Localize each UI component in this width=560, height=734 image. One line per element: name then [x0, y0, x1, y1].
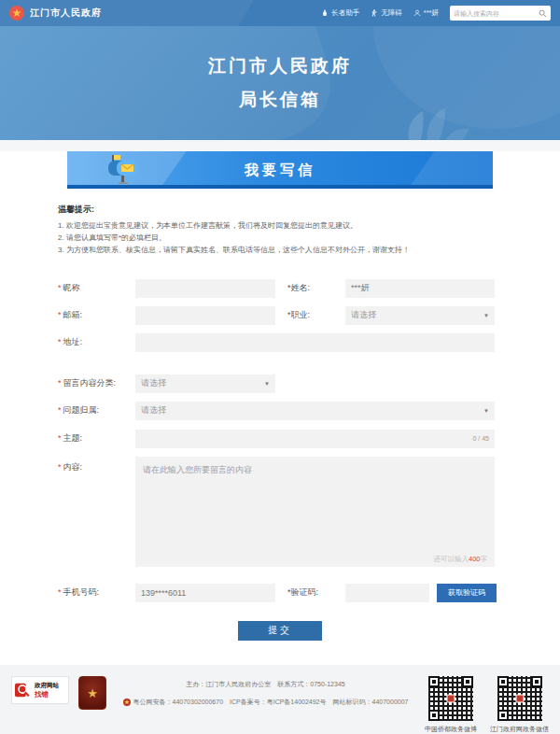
accessibility-icon: [371, 9, 378, 17]
main-content: 我要写信 温馨提示: 1. 欢迎您提出宝贵意见建议，为本单位工作建言献策，我们将…: [0, 151, 560, 665]
subject-input[interactable]: [135, 430, 495, 448]
required-mark: *: [58, 405, 62, 415]
footer-badges: 政府网站 找错 ★: [11, 676, 106, 710]
chevron-down-icon: ▼: [483, 408, 489, 414]
required-mark: *: [58, 337, 62, 346]
qr-logo: [447, 695, 455, 703]
username-label: ***妍: [424, 8, 439, 18]
qr-wechat-label: 江门政府网政务微信: [490, 725, 549, 734]
get-captcha-button[interactable]: 获取验证码: [437, 584, 497, 602]
qr-finder: [531, 676, 542, 687]
address-input[interactable]: [135, 333, 495, 352]
tips-title: 温馨提示:: [58, 204, 502, 216]
phone-label: *手机号码:: [58, 586, 135, 599]
top-navigation: 长者助手 无障碍 ***妍: [321, 6, 551, 21]
phone-input[interactable]: [135, 584, 275, 602]
required-mark: *: [58, 587, 62, 597]
qr-finder: [428, 710, 440, 721]
occupation-select-value: 请选择: [351, 309, 376, 321]
captcha-label-text: 验证码:: [291, 587, 319, 597]
tips-line: 2. 请您认真填写带*的必填栏目。: [58, 232, 502, 244]
remaining-number: 400: [469, 555, 481, 563]
accessibility-link[interactable]: 无障碍: [371, 8, 402, 18]
required-mark: *: [58, 378, 62, 388]
nickname-input[interactable]: [135, 279, 275, 298]
party-gov-badge[interactable]: ★: [78, 676, 106, 710]
required-mark: *: [58, 310, 62, 319]
remaining-chars: 还可以输入400字: [433, 555, 487, 564]
footer-info: 主办：江门市人民政府办公室 联系方式：0750-12345 粤公网安备：4407…: [106, 676, 425, 710]
qr-weibo-label: 中国侨都政务微博: [425, 725, 477, 734]
footer: 政府网站 找错 ★ 主办：江门市人民政府办公室 联系方式：0750-12345 …: [0, 665, 560, 734]
belong-label-text: 问题归属:: [63, 405, 100, 415]
record-line: 粤公网安备：44070302000670 ICP备案号：粤ICP备1400249…: [123, 698, 409, 707]
content-textarea[interactable]: [135, 457, 495, 567]
occupation-label: *职业:: [287, 309, 345, 321]
tips-section: 温馨提示: 1. 欢迎您提出宝贵意见建议，为本单位工作建言献策，我们将及时回复您…: [58, 204, 502, 257]
qr-finder: [462, 676, 473, 687]
find-error-text: 政府网站 找错: [35, 682, 59, 698]
user-account[interactable]: ***妍: [413, 8, 439, 18]
qr-code-weibo: [428, 676, 473, 721]
name-label-text: 姓名:: [291, 283, 311, 292]
page-title: 江门市人民政府 局长信箱: [208, 49, 352, 117]
national-emblem-icon: [9, 6, 24, 21]
remaining-suffix: 字: [481, 555, 488, 563]
form-row: *内容: 还可以输入400字: [58, 457, 502, 571]
write-letter-banner: 我要写信: [67, 151, 493, 189]
qr-finder: [497, 676, 509, 687]
form-row: *昵称 *姓名:: [58, 279, 502, 298]
elder-assistant-label: 长者助手: [331, 8, 359, 18]
chevron-down-icon: ▼: [264, 381, 270, 387]
submit-button[interactable]: 提交: [238, 621, 322, 641]
category-select[interactable]: 请选择 ▼: [135, 374, 275, 393]
belong-select[interactable]: 请选择 ▼: [135, 402, 495, 420]
banner-decor: [388, 151, 493, 189]
required-mark: *: [58, 283, 62, 292]
qr-weibo: 中国侨都政务微博: [425, 676, 477, 734]
form-row: *留言内容分类: 请选择 ▼: [58, 374, 502, 393]
topbar: 江门市人民政府 长者助手 无障碍 ***妍: [0, 0, 560, 26]
content-label: *内容:: [58, 457, 135, 473]
subject-counter: 0 / 45: [472, 435, 489, 442]
form-row: *邮箱: *职业: 请选择 ▼: [58, 306, 502, 325]
captcha-label: *验证码:: [287, 586, 345, 599]
subject-label: *主题:: [58, 432, 135, 445]
nickname-label: *昵称: [58, 282, 135, 294]
belong-label: *问题归属:: [58, 404, 135, 416]
footer-qrcodes: 中国侨都政务微博 江门政府网政务微信: [425, 676, 549, 734]
page-title-line2: 局长信箱: [208, 83, 352, 117]
address-label: *地址:: [58, 336, 135, 348]
page-title-line1: 江门市人民政府: [208, 49, 352, 83]
belong-select-value: 请选择: [141, 404, 166, 416]
subject-field: 0 / 45: [135, 429, 495, 448]
search-box: [450, 6, 551, 21]
police-shield-icon: [123, 699, 131, 706]
site-name: 江门市人民政府: [30, 7, 102, 20]
accessibility-label: 无障碍: [381, 8, 402, 18]
email-label: *邮箱:: [58, 309, 135, 321]
category-select-value: 请选择: [141, 377, 166, 389]
find-error-badge[interactable]: 政府网站 找错: [11, 676, 69, 704]
elder-assistant-icon: [321, 9, 329, 17]
form-row: *主题: 0 / 45: [58, 429, 502, 448]
search-icon[interactable]: [539, 9, 547, 18]
email-input[interactable]: [135, 306, 275, 325]
find-error-icon: [15, 682, 32, 699]
gov-badge-icon: ★: [87, 686, 98, 700]
search-input[interactable]: [454, 10, 536, 17]
captcha-input[interactable]: [345, 584, 429, 602]
form-row: *手机号码: *验证码: 获取验证码: [58, 584, 502, 602]
tips-line: 3. 为方便和您联系、核实信息，请留下真实姓名、联系电话等信息，这些个人信息不对…: [58, 244, 502, 256]
name-input[interactable]: [345, 279, 495, 298]
qr-finder: [428, 676, 440, 687]
content-field: 还可以输入400字: [135, 457, 495, 571]
elder-assistant-link[interactable]: 长者助手: [321, 8, 359, 18]
subject-label-text: 主题:: [63, 433, 83, 443]
qr-logo: [515, 695, 524, 703]
occupation-label-text: 职业:: [291, 310, 311, 319]
form-row: *问题归属: 请选择 ▼: [58, 402, 502, 420]
find-error-line1: 政府网站: [35, 682, 59, 689]
site-logo[interactable]: 江门市人民政府: [9, 6, 102, 21]
occupation-select[interactable]: 请选择 ▼: [345, 306, 495, 325]
